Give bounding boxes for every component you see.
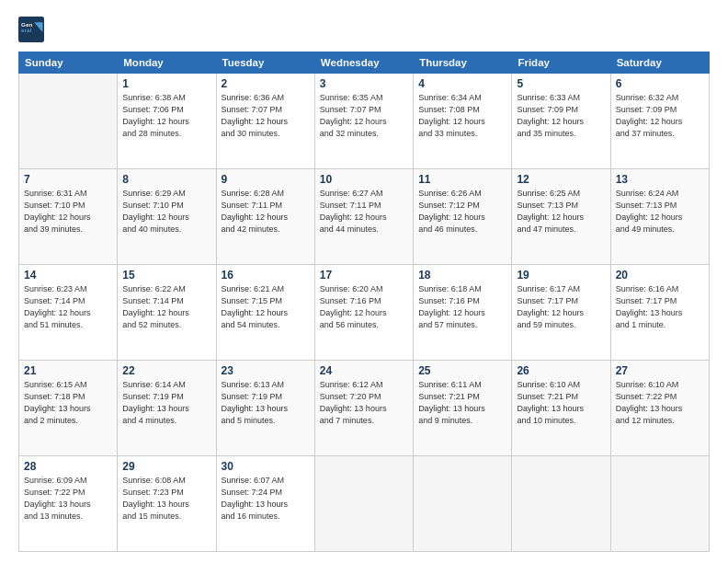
day-cell xyxy=(314,456,413,552)
day-info: Sunrise: 6:34 AM Sunset: 7:08 PM Dayligh… xyxy=(418,92,506,140)
day-cell: 29Sunrise: 6:08 AM Sunset: 7:23 PM Dayli… xyxy=(118,456,216,552)
day-cell: 12Sunrise: 6:25 AM Sunset: 7:13 PM Dayli… xyxy=(512,169,610,265)
day-info: Sunrise: 6:09 AM Sunset: 7:22 PM Dayligh… xyxy=(24,475,112,523)
day-cell: 9Sunrise: 6:28 AM Sunset: 7:11 PM Daylig… xyxy=(216,169,314,265)
day-info: Sunrise: 6:33 AM Sunset: 7:09 PM Dayligh… xyxy=(517,92,605,140)
calendar-header-row: SundayMondayTuesdayWednesdayThursdayFrid… xyxy=(19,52,710,74)
col-header-thursday: Thursday xyxy=(414,52,512,74)
day-cell: 3Sunrise: 6:35 AM Sunset: 7:07 PM Daylig… xyxy=(314,74,413,169)
day-cell: 19Sunrise: 6:17 AM Sunset: 7:17 PM Dayli… xyxy=(512,265,610,361)
day-info: Sunrise: 6:10 AM Sunset: 7:22 PM Dayligh… xyxy=(616,379,704,427)
col-header-tuesday: Tuesday xyxy=(216,52,314,74)
day-number: 13 xyxy=(616,173,704,186)
day-number: 28 xyxy=(24,460,112,473)
day-number: 17 xyxy=(320,269,408,282)
day-number: 11 xyxy=(418,173,506,186)
day-info: Sunrise: 6:32 AM Sunset: 7:09 PM Dayligh… xyxy=(616,92,704,140)
day-info: Sunrise: 6:16 AM Sunset: 7:17 PM Dayligh… xyxy=(616,283,704,331)
week-row-4: 21Sunrise: 6:15 AM Sunset: 7:18 PM Dayli… xyxy=(19,361,710,456)
day-cell: 30Sunrise: 6:07 AM Sunset: 7:24 PM Dayli… xyxy=(216,456,314,552)
day-number: 19 xyxy=(517,269,605,282)
day-cell: 20Sunrise: 6:16 AM Sunset: 7:17 PM Dayli… xyxy=(610,265,709,361)
day-number: 22 xyxy=(122,364,210,377)
day-cell: 16Sunrise: 6:21 AM Sunset: 7:15 PM Dayli… xyxy=(216,265,314,361)
day-info: Sunrise: 6:13 AM Sunset: 7:19 PM Dayligh… xyxy=(222,379,310,427)
day-info: Sunrise: 6:17 AM Sunset: 7:17 PM Dayligh… xyxy=(517,283,605,331)
day-cell: 13Sunrise: 6:24 AM Sunset: 7:13 PM Dayli… xyxy=(610,169,709,265)
day-number: 29 xyxy=(122,460,210,473)
day-number: 1 xyxy=(122,77,210,90)
day-number: 21 xyxy=(24,364,112,377)
day-info: Sunrise: 6:27 AM Sunset: 7:11 PM Dayligh… xyxy=(320,188,408,236)
svg-text:eral: eral xyxy=(21,27,31,33)
day-info: Sunrise: 6:07 AM Sunset: 7:24 PM Dayligh… xyxy=(222,475,310,523)
day-number: 23 xyxy=(222,364,310,377)
day-cell: 23Sunrise: 6:13 AM Sunset: 7:19 PM Dayli… xyxy=(216,361,314,456)
day-cell xyxy=(610,456,709,552)
day-number: 18 xyxy=(418,269,506,282)
day-cell: 28Sunrise: 6:09 AM Sunset: 7:22 PM Dayli… xyxy=(19,456,118,552)
day-number: 5 xyxy=(517,77,605,90)
day-cell: 25Sunrise: 6:11 AM Sunset: 7:21 PM Dayli… xyxy=(414,361,512,456)
day-number: 24 xyxy=(320,364,408,377)
day-number: 9 xyxy=(222,173,310,186)
day-info: Sunrise: 6:21 AM Sunset: 7:15 PM Dayligh… xyxy=(222,283,310,331)
day-info: Sunrise: 6:14 AM Sunset: 7:19 PM Dayligh… xyxy=(122,379,210,427)
page: Gen eral SundayMondayTuesdayWednesdayThu… xyxy=(0,0,728,563)
day-info: Sunrise: 6:25 AM Sunset: 7:13 PM Dayligh… xyxy=(517,188,605,236)
day-cell: 17Sunrise: 6:20 AM Sunset: 7:16 PM Dayli… xyxy=(314,265,413,361)
day-info: Sunrise: 6:18 AM Sunset: 7:16 PM Dayligh… xyxy=(418,283,506,331)
logo: Gen eral xyxy=(18,17,48,42)
day-cell: 18Sunrise: 6:18 AM Sunset: 7:16 PM Dayli… xyxy=(414,265,512,361)
day-number: 14 xyxy=(24,269,112,282)
col-header-wednesday: Wednesday xyxy=(314,52,413,74)
day-number: 27 xyxy=(616,364,704,377)
day-number: 15 xyxy=(122,269,210,282)
week-row-5: 28Sunrise: 6:09 AM Sunset: 7:22 PM Dayli… xyxy=(19,456,710,552)
day-number: 30 xyxy=(222,460,310,473)
day-cell: 21Sunrise: 6:15 AM Sunset: 7:18 PM Dayli… xyxy=(19,361,118,456)
day-info: Sunrise: 6:10 AM Sunset: 7:21 PM Dayligh… xyxy=(517,379,605,427)
day-info: Sunrise: 6:24 AM Sunset: 7:13 PM Dayligh… xyxy=(616,188,704,236)
day-cell: 8Sunrise: 6:29 AM Sunset: 7:10 PM Daylig… xyxy=(118,169,216,265)
day-cell: 27Sunrise: 6:10 AM Sunset: 7:22 PM Dayli… xyxy=(610,361,709,456)
day-number: 20 xyxy=(616,269,704,282)
day-info: Sunrise: 6:20 AM Sunset: 7:16 PM Dayligh… xyxy=(320,283,408,331)
day-cell: 5Sunrise: 6:33 AM Sunset: 7:09 PM Daylig… xyxy=(512,74,610,169)
day-cell: 14Sunrise: 6:23 AM Sunset: 7:14 PM Dayli… xyxy=(19,265,118,361)
day-number: 8 xyxy=(122,173,210,186)
col-header-monday: Monday xyxy=(118,52,216,74)
calendar-table: SundayMondayTuesdayWednesdayThursdayFrid… xyxy=(18,52,710,552)
week-row-3: 14Sunrise: 6:23 AM Sunset: 7:14 PM Dayli… xyxy=(19,265,710,361)
day-cell: 6Sunrise: 6:32 AM Sunset: 7:09 PM Daylig… xyxy=(610,74,709,169)
day-cell: 10Sunrise: 6:27 AM Sunset: 7:11 PM Dayli… xyxy=(314,169,413,265)
day-info: Sunrise: 6:36 AM Sunset: 7:07 PM Dayligh… xyxy=(222,92,310,140)
day-cell: 11Sunrise: 6:26 AM Sunset: 7:12 PM Dayli… xyxy=(414,169,512,265)
day-number: 7 xyxy=(24,173,112,186)
day-cell: 4Sunrise: 6:34 AM Sunset: 7:08 PM Daylig… xyxy=(414,74,512,169)
logo-icon: Gen eral xyxy=(18,17,44,42)
day-info: Sunrise: 6:31 AM Sunset: 7:10 PM Dayligh… xyxy=(24,188,112,236)
day-number: 12 xyxy=(517,173,605,186)
day-cell: 2Sunrise: 6:36 AM Sunset: 7:07 PM Daylig… xyxy=(216,74,314,169)
day-number: 3 xyxy=(320,77,408,90)
day-cell: 7Sunrise: 6:31 AM Sunset: 7:10 PM Daylig… xyxy=(19,169,118,265)
day-info: Sunrise: 6:12 AM Sunset: 7:20 PM Dayligh… xyxy=(320,379,408,427)
day-info: Sunrise: 6:15 AM Sunset: 7:18 PM Dayligh… xyxy=(24,379,112,427)
day-info: Sunrise: 6:35 AM Sunset: 7:07 PM Dayligh… xyxy=(320,92,408,140)
day-cell: 15Sunrise: 6:22 AM Sunset: 7:14 PM Dayli… xyxy=(118,265,216,361)
day-cell: 24Sunrise: 6:12 AM Sunset: 7:20 PM Dayli… xyxy=(314,361,413,456)
header: Gen eral xyxy=(18,17,710,42)
day-info: Sunrise: 6:22 AM Sunset: 7:14 PM Dayligh… xyxy=(122,283,210,331)
week-row-1: 1Sunrise: 6:38 AM Sunset: 7:06 PM Daylig… xyxy=(19,74,710,169)
col-header-saturday: Saturday xyxy=(610,52,709,74)
day-number: 6 xyxy=(616,77,704,90)
day-number: 16 xyxy=(222,269,310,282)
day-info: Sunrise: 6:26 AM Sunset: 7:12 PM Dayligh… xyxy=(418,188,506,236)
day-info: Sunrise: 6:08 AM Sunset: 7:23 PM Dayligh… xyxy=(122,475,210,523)
col-header-friday: Friday xyxy=(512,52,610,74)
week-row-2: 7Sunrise: 6:31 AM Sunset: 7:10 PM Daylig… xyxy=(19,169,710,265)
day-number: 26 xyxy=(517,364,605,377)
day-number: 25 xyxy=(418,364,506,377)
day-info: Sunrise: 6:29 AM Sunset: 7:10 PM Dayligh… xyxy=(122,188,210,236)
